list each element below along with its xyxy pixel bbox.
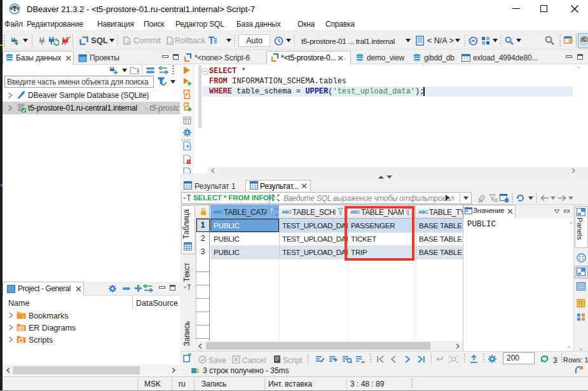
svg-text:DB: DB xyxy=(18,327,24,331)
